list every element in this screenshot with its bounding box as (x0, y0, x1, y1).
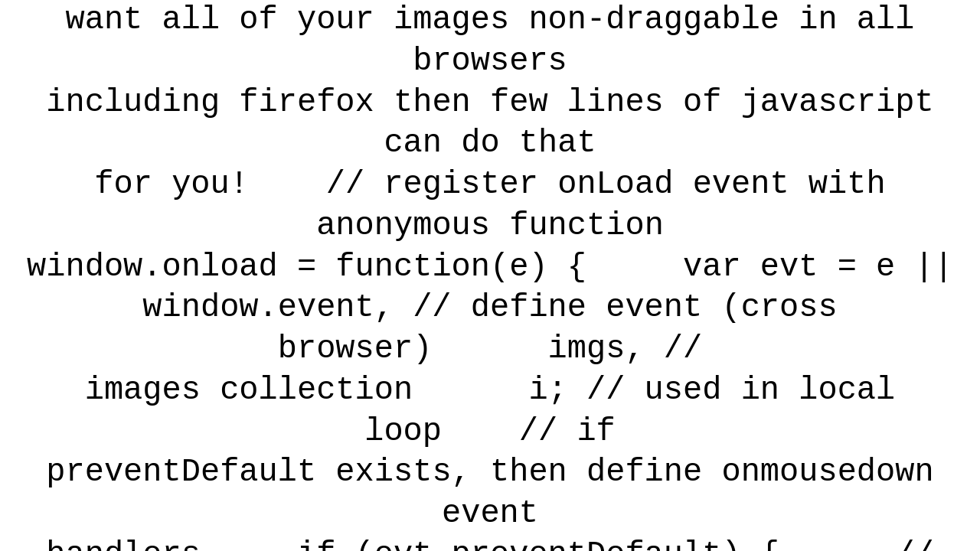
code-display: want all of your images non-draggable in… (15, 0, 965, 551)
line-3: for you! // register onLoad event with a… (94, 166, 885, 244)
main-content: want all of your images non-draggable in… (0, 0, 980, 551)
line-4: window.onload = function(e) { var evt = … (27, 249, 953, 285)
line-8: handlers if (evt.preventDefault) { // co… (46, 536, 933, 551)
line-5: window.event, // define event (cross bro… (142, 289, 837, 367)
line-2: including firefox then few lines of java… (46, 84, 933, 162)
line-6: images collection i; // used in local lo… (85, 372, 896, 450)
line-1: want all of your images non-draggable in… (66, 2, 915, 80)
line-7: preventDefault exists, then define onmou… (46, 454, 933, 532)
